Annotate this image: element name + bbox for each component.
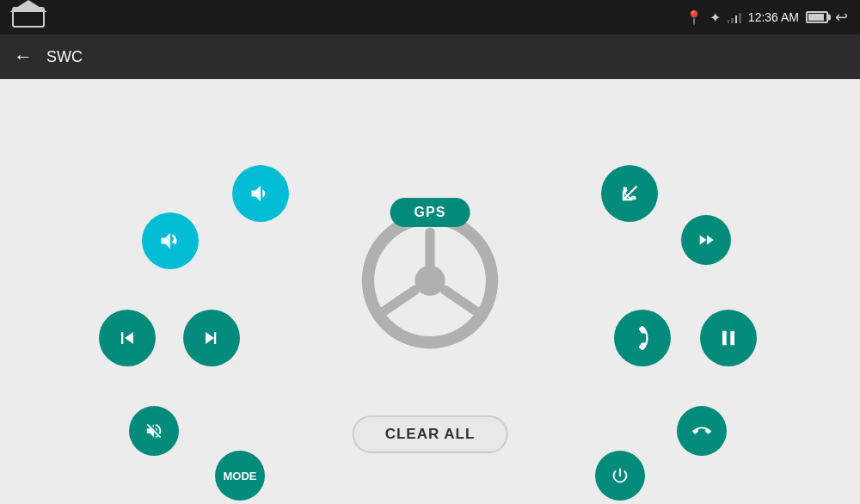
back-nav-icon[interactable]: ↩	[835, 8, 848, 27]
phone-prev-button[interactable]	[601, 165, 658, 222]
svg-line-3	[380, 290, 415, 313]
volume-down-button[interactable]	[142, 212, 199, 269]
status-bar-left	[12, 7, 45, 28]
status-bar: 📍 ✦ 12:36 AM ↩	[0, 0, 860, 34]
power-button[interactable]	[595, 451, 645, 501]
battery-icon	[806, 11, 828, 23]
mode-button[interactable]: MODE	[215, 451, 265, 501]
gps-button[interactable]: GPS	[390, 198, 470, 227]
steering-wheel	[361, 212, 499, 349]
hangup-button[interactable]	[677, 406, 727, 456]
signal-icon	[728, 11, 741, 23]
status-bar-right: 📍 ✦ 12:36 AM ↩	[685, 8, 848, 27]
play-pause-button[interactable]	[700, 310, 757, 366]
prev-track-button[interactable]	[99, 310, 156, 366]
home-icon[interactable]	[12, 7, 45, 28]
volume-up-button[interactable]	[232, 165, 289, 222]
svg-line-4	[445, 290, 480, 313]
bluetooth-icon: ✦	[710, 9, 721, 26]
status-time: 12:36 AM	[748, 10, 799, 24]
phone-answer-button[interactable]	[614, 310, 671, 366]
next-track-left-button[interactable]	[183, 310, 240, 366]
volume-mute-button[interactable]	[129, 406, 179, 456]
location-icon: 📍	[685, 9, 703, 26]
main-content: GPS CLEAR ALL MODE	[0, 79, 860, 504]
nav-bar: ← SWC	[0, 34, 860, 79]
page-title: SWC	[46, 48, 83, 66]
phone-next-button[interactable]	[681, 215, 731, 265]
back-button[interactable]: ←	[14, 46, 33, 68]
clear-all-button[interactable]: CLEAR ALL	[353, 415, 508, 453]
